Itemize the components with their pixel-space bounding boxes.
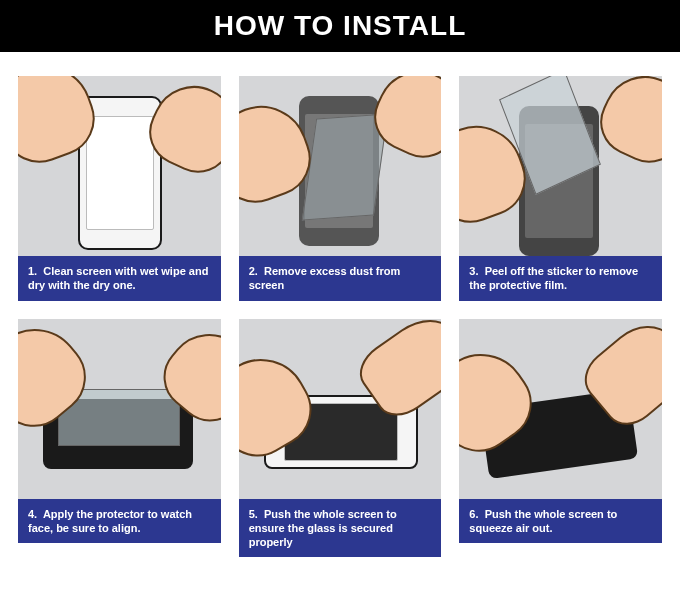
step-text: Peel off the sticker to remove the prote… <box>469 265 638 291</box>
step-text: Clean screen with wet wipe and dry with … <box>28 265 208 291</box>
step-caption-5: 5. Push the whole screen to ensure the g… <box>239 499 442 558</box>
step-text: Push the whole screen to ensure the glas… <box>249 508 397 549</box>
step-text: Remove excess dust from screen <box>249 265 401 291</box>
step-caption-6: 6. Push the whole screen to squeeze air … <box>459 499 662 544</box>
step-caption-2: 2. Remove excess dust from screen <box>239 256 442 301</box>
step-num: 6. <box>469 508 478 520</box>
steps-grid: 1. Clean screen with wet wipe and dry wi… <box>0 52 680 575</box>
step-num: 2. <box>249 265 258 277</box>
step-card-4: 4. Apply the protector to watch face, be… <box>18 319 221 558</box>
step-num: 3. <box>469 265 478 277</box>
step-illustration-6 <box>459 319 662 499</box>
step-card-1: 1. Clean screen with wet wipe and dry wi… <box>18 76 221 301</box>
step-caption-1: 1. Clean screen with wet wipe and dry wi… <box>18 256 221 301</box>
step-text: Push the whole screen to squeeze air out… <box>469 508 617 534</box>
step-caption-3: 3. Peel off the sticker to remove the pr… <box>459 256 662 301</box>
page-title: HOW TO INSTALL <box>0 0 680 52</box>
step-illustration-2 <box>239 76 442 256</box>
step-card-5: 5. Push the whole screen to ensure the g… <box>239 319 442 558</box>
step-caption-4: 4. Apply the protector to watch face, be… <box>18 499 221 544</box>
step-card-6: 6. Push the whole screen to squeeze air … <box>459 319 662 558</box>
step-card-2: 2. Remove excess dust from screen <box>239 76 442 301</box>
step-num: 5. <box>249 508 258 520</box>
step-text: Apply the protector to watch face, be su… <box>28 508 192 534</box>
step-illustration-4 <box>18 319 221 499</box>
step-num: 1. <box>28 265 37 277</box>
step-illustration-5 <box>239 319 442 499</box>
step-illustration-1 <box>18 76 221 256</box>
step-card-3: 3. Peel off the sticker to remove the pr… <box>459 76 662 301</box>
step-illustration-3 <box>459 76 662 256</box>
step-num: 4. <box>28 508 37 520</box>
